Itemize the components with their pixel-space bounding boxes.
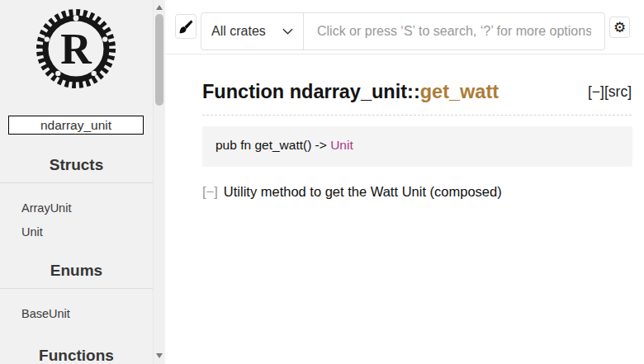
gear-icon: ⚙ — [613, 20, 626, 35]
return-type-link[interactable]: Unit — [330, 138, 353, 152]
page-title-fn-name: get_watt — [420, 81, 499, 102]
collapse-all-toggle[interactable]: [−] — [588, 83, 604, 100]
main-content: Function ndarray_unit::get_watt [−][src]… — [165, 54, 644, 364]
page-title-prefix: Function ndarray_unit:: — [202, 81, 420, 102]
sidebar-scrollbar[interactable] — [153, 0, 165, 364]
doc-collapse-toggle[interactable]: [−] — [202, 184, 218, 199]
doc-text: Utility method to get the Watt Unit (com… — [224, 184, 502, 199]
sidebar-item-unit[interactable]: Unit — [21, 225, 43, 239]
scrollbar-up-arrow-icon[interactable] — [156, 5, 163, 10]
svg-text:R: R — [60, 26, 92, 73]
rust-logo-icon[interactable]: R — [35, 7, 117, 90]
out-of-band: [−][src] — [588, 83, 632, 101]
sidebar: R ndarray_unit Structs ArrayUnit Unit En… — [0, 0, 153, 364]
sidebar-item-baseunit[interactable]: BaseUnit — [21, 307, 70, 321]
search-toolbar: All crates ⚙ — [165, 0, 644, 54]
crate-filter-select[interactable]: All crates — [201, 13, 304, 50]
scrollbar-down-arrow-icon[interactable] — [156, 353, 163, 358]
search-input[interactable] — [304, 13, 604, 50]
theme-picker-button[interactable] — [175, 14, 197, 39]
paintbrush-icon — [178, 19, 194, 35]
crate-name-link[interactable]: ndarray_unit — [8, 116, 144, 135]
sidebar-heading-enums[interactable]: Enums — [0, 259, 153, 289]
settings-button[interactable]: ⚙ — [609, 17, 630, 38]
search-form: All crates — [201, 12, 605, 50]
rustdoc-page: R ndarray_unit Structs ArrayUnit Unit En… — [0, 0, 644, 364]
src-link[interactable]: [src] — [604, 83, 632, 100]
fn-signature: pub fn get_watt() -> Unit — [202, 126, 632, 167]
signature-text: pub fn get_watt() -> — [215, 138, 330, 152]
page-title-row: Function ndarray_unit::get_watt [−][src] — [202, 79, 632, 116]
doc-block: [−]Utility method to get the Watt Unit (… — [202, 182, 502, 201]
scrollbar-thumb[interactable] — [155, 14, 163, 106]
sidebar-heading-functions[interactable]: Functions — [0, 344, 153, 364]
sidebar-item-arrayunit[interactable]: ArrayUnit — [21, 201, 71, 215]
chevron-down-icon — [282, 28, 293, 35]
page-title: Function ndarray_unit::get_watt — [202, 79, 499, 104]
sidebar-heading-structs[interactable]: Structs — [0, 154, 153, 183]
crate-filter-value: All crates — [211, 24, 266, 39]
